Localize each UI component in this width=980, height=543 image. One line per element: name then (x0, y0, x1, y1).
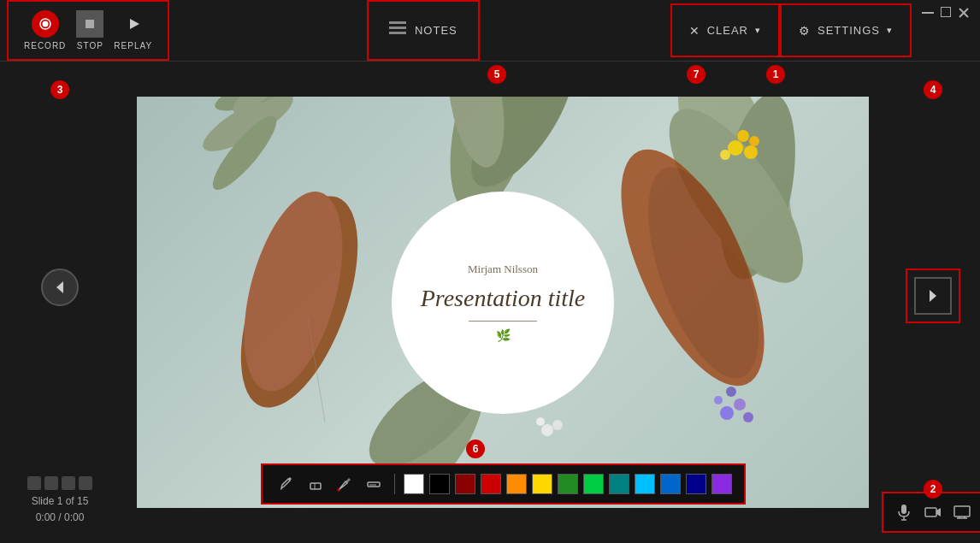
svg-rect-46 (901, 505, 906, 514)
color-blue[interactable] (660, 474, 681, 494)
slide-leaf-icon: 🌿 (496, 328, 511, 342)
badge-4: 4 (924, 80, 942, 99)
color-orange[interactable] (506, 474, 527, 494)
badge-1: 1 (766, 65, 785, 84)
svg-marker-45 (930, 290, 936, 302)
color-dark-blue[interactable] (686, 474, 706, 494)
highlighter-tool-button[interactable] (362, 472, 386, 496)
settings-button[interactable]: ⚙ SETTINGS ▾ (780, 3, 912, 57)
color-yellow[interactable] (532, 474, 552, 494)
slide-number: Slide 1 of 15 (27, 493, 92, 510)
color-red[interactable] (481, 474, 501, 494)
slide-subtitle: Mirjam Nilsson (468, 263, 538, 276)
record-controls-group: RECORD STOP REPLAY (7, 0, 169, 61)
slide-circle: Mirjam Nilsson Presentation title 🌿 (392, 192, 614, 414)
left-sidebar: 3 Slide 1 of 15 0:00 / 0:00 (0, 62, 120, 543)
badge-2: 2 (924, 480, 942, 499)
clear-chevron-icon: ▾ (755, 25, 761, 36)
laser-tool-button[interactable] (333, 472, 357, 496)
sidebar-icon-3 (62, 476, 75, 490)
slide-canvas: Mirjam Nilsson Presentation title 🌿 6 (137, 97, 869, 508)
next-slide-nav-box (906, 269, 960, 323)
top-bar: RECORD STOP REPLAY (0, 0, 980, 62)
sidebar-icon-1 (27, 476, 41, 490)
notes-lines-icon (389, 21, 406, 39)
svg-rect-4 (389, 21, 406, 24)
slide-time: 0:00 / 0:00 (27, 510, 92, 526)
slide-title: Presentation title (421, 283, 586, 314)
settings-chevron-icon: ▾ (887, 25, 893, 36)
svg-point-42 (337, 488, 340, 492)
color-light-blue[interactable] (635, 474, 655, 494)
mic-button[interactable] (892, 500, 916, 524)
sidebar-icon-4 (79, 476, 92, 490)
svg-rect-6 (389, 32, 406, 34)
svg-rect-5 (389, 27, 406, 29)
svg-marker-3 (130, 19, 139, 29)
bottom-toolbar (137, 460, 869, 508)
camera-button[interactable] (921, 500, 945, 524)
notes-button[interactable]: NOTES (367, 0, 480, 61)
svg-rect-49 (925, 508, 936, 516)
tool-separator (394, 474, 395, 494)
svg-rect-51 (954, 506, 970, 516)
eraser-tool-button[interactable] (304, 472, 328, 496)
right-sidebar: 4 2 (886, 62, 980, 543)
color-bright-green[interactable] (583, 474, 604, 494)
minimize-button[interactable] (922, 12, 934, 14)
screen-share-button[interactable] (950, 500, 974, 524)
svg-rect-44 (369, 484, 376, 486)
color-black[interactable] (429, 474, 450, 494)
svg-rect-2 (86, 20, 94, 28)
color-dark-red[interactable] (455, 474, 475, 494)
svg-point-1 (42, 21, 48, 27)
settings-label: SETTINGS (818, 24, 880, 37)
record-button[interactable]: RECORD (24, 10, 66, 50)
slide-area: 5 7 1 (120, 62, 886, 543)
replay-icon (120, 10, 147, 38)
pen-tool-button[interactable] (275, 472, 298, 496)
color-teal[interactable] (609, 474, 629, 494)
replay-label: REPLAY (114, 41, 152, 50)
sidebar-icon-2 (44, 476, 58, 490)
badge-3: 3 (50, 80, 69, 99)
stop-icon (76, 10, 103, 38)
record-label: RECORD (24, 41, 66, 50)
gear-icon: ⚙ (799, 24, 811, 38)
main-area: 3 Slide 1 of 15 0:00 / 0:00 (0, 62, 980, 543)
maximize-button[interactable] (941, 7, 951, 17)
prev-slide-button[interactable] (41, 269, 79, 306)
svg-marker-7 (56, 281, 63, 293)
clear-label: CLEAR (707, 24, 748, 37)
top-bar-right: ✕ CLEAR ▾ ⚙ SETTINGS ▾ (670, 0, 980, 61)
notes-label: NOTES (415, 24, 458, 37)
close-button[interactable] (958, 7, 970, 19)
badge-5: 5 (487, 65, 506, 84)
badge-7: 7 (687, 65, 705, 84)
clear-x-icon: ✕ (689, 24, 700, 38)
slide-info: Slide 1 of 15 0:00 / 0:00 (27, 493, 92, 526)
stop-button[interactable]: STOP (76, 10, 103, 50)
slide-divider (469, 321, 537, 322)
svg-rect-40 (310, 483, 321, 489)
replay-button[interactable]: REPLAY (114, 10, 152, 50)
color-green[interactable] (558, 474, 578, 494)
next-slide-button[interactable] (914, 277, 952, 315)
color-purple[interactable] (711, 474, 732, 494)
clear-button[interactable]: ✕ CLEAR ▾ (670, 3, 780, 57)
window-controls (912, 0, 980, 19)
drawing-tools (261, 463, 746, 505)
record-icon (32, 10, 59, 38)
color-white[interactable] (404, 474, 424, 494)
stop-label: STOP (77, 41, 103, 50)
